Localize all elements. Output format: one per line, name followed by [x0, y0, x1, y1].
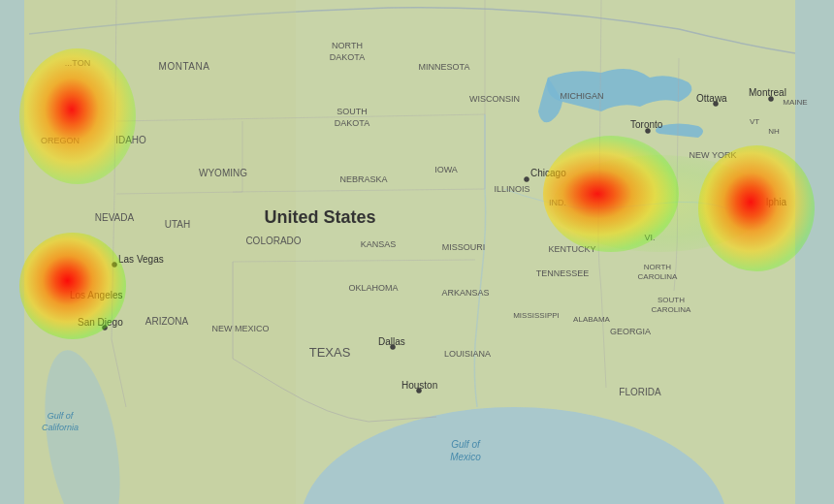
- svg-rect-2: [795, 0, 834, 504]
- svg-text:Toronto: Toronto: [630, 119, 663, 130]
- svg-text:IDAHO: IDAHO: [115, 135, 146, 145]
- svg-text:MICHIGAN: MICHIGAN: [561, 91, 604, 101]
- svg-point-49: [525, 177, 529, 182]
- svg-text:Houston: Houston: [401, 380, 437, 391]
- svg-text:OKLAHOMA: OKLAHOMA: [348, 283, 398, 293]
- svg-text:NEW YORK: NEW YORK: [690, 150, 737, 160]
- svg-text:NH: NH: [768, 127, 780, 136]
- svg-text:MINNESOTA: MINNESOTA: [419, 62, 470, 72]
- svg-text:lphia: lphia: [766, 197, 787, 207]
- svg-text:UTAH: UTAH: [165, 219, 190, 230]
- svg-text:Montreal: Montreal: [749, 87, 786, 98]
- svg-text:Las Vegas: Las Vegas: [118, 254, 164, 265]
- svg-text:KANSAS: KANSAS: [361, 239, 397, 249]
- state-borders-svg: MONTANA NORTH DAKOTA MINNESOTA WISCONSIN…: [0, 0, 834, 504]
- svg-text:VT: VT: [750, 117, 759, 126]
- svg-text:NORTH: NORTH: [644, 263, 672, 271]
- svg-text:Gulf of: Gulf of: [451, 439, 481, 450]
- svg-text:OREGON: OREGON: [41, 136, 80, 145]
- svg-text:NEVADA: NEVADA: [95, 212, 135, 223]
- svg-text:California: California: [42, 423, 79, 432]
- svg-text:ILLINOIS: ILLINOIS: [494, 184, 529, 194]
- svg-text:MISSOURI: MISSOURI: [442, 242, 486, 252]
- svg-text:MAINE: MAINE: [783, 98, 807, 107]
- map-container: MONTANA NORTH DAKOTA MINNESOTA WISCONSIN…: [0, 0, 834, 504]
- svg-text:IND.: IND.: [549, 198, 566, 207]
- svg-text:MONTANA: MONTANA: [159, 61, 210, 72]
- svg-text:CAROLINA: CAROLINA: [638, 272, 679, 281]
- svg-text:MISSISSIPPI: MISSISSIPPI: [513, 311, 560, 320]
- svg-text:TEXAS: TEXAS: [309, 345, 351, 360]
- svg-text:LOUISIANA: LOUISIANA: [444, 349, 491, 359]
- svg-text:NEW MEXICO: NEW MEXICO: [211, 324, 269, 333]
- svg-text:FLORIDA: FLORIDA: [619, 387, 661, 397]
- svg-text:DAKOTA: DAKOTA: [330, 52, 365, 62]
- svg-text:KENTUCKY: KENTUCKY: [548, 244, 595, 254]
- svg-text:NORTH: NORTH: [332, 41, 363, 50]
- svg-text:SOUTH: SOUTH: [658, 296, 685, 304]
- svg-text:IOWA: IOWA: [434, 165, 458, 174]
- svg-text:TENNESSEE: TENNESSEE: [536, 268, 590, 278]
- svg-text:SOUTH: SOUTH: [337, 107, 368, 116]
- svg-text:ARIZONA: ARIZONA: [145, 316, 189, 327]
- svg-text:Los Angeles: Los Angeles: [70, 290, 123, 300]
- svg-text:CAROLINA: CAROLINA: [652, 305, 692, 314]
- svg-text:NEBRASKA: NEBRASKA: [339, 174, 387, 184]
- svg-point-57: [112, 263, 117, 268]
- svg-text:United States: United States: [264, 207, 375, 227]
- svg-text:Dallas: Dallas: [378, 336, 405, 347]
- svg-text:WISCONSIN: WISCONSIN: [469, 94, 520, 104]
- svg-text:Ottawa: Ottawa: [696, 93, 727, 104]
- svg-text:VI.: VI.: [644, 233, 655, 242]
- svg-text:GEORGIA: GEORGIA: [610, 327, 651, 336]
- svg-text:WYOMING: WYOMING: [199, 168, 247, 178]
- svg-text:ARKANSAS: ARKANSAS: [441, 288, 489, 298]
- svg-rect-1: [0, 0, 24, 504]
- svg-text:Mexico: Mexico: [450, 452, 481, 462]
- svg-text:ALABAMA: ALABAMA: [573, 315, 610, 324]
- svg-text:...TON: ...TON: [65, 58, 90, 68]
- svg-text:DAKOTA: DAKOTA: [335, 118, 369, 128]
- svg-text:San Diego: San Diego: [78, 317, 123, 328]
- svg-text:Gulf of: Gulf of: [48, 411, 75, 421]
- svg-text:COLORADO: COLORADO: [245, 236, 301, 246]
- svg-text:Chicago: Chicago: [530, 168, 566, 178]
